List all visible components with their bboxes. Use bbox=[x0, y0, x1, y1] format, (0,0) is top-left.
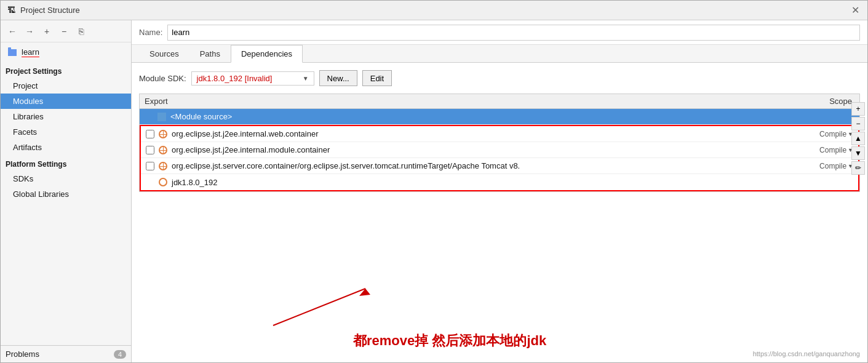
name-label: Name: bbox=[139, 28, 162, 37]
sidebar-item-global-libraries[interactable]: Global Libraries bbox=[1, 186, 131, 202]
close-button[interactable]: ✕ bbox=[848, 3, 862, 18]
tree-item-learn[interactable]: learn bbox=[3, 45, 129, 60]
module-tree: learn bbox=[1, 42, 131, 62]
app-icon: 🏗 bbox=[6, 5, 17, 16]
remove-dep-button[interactable]: − bbox=[851, 117, 865, 130]
module-source-icon bbox=[157, 112, 167, 122]
window-title: Project Structure bbox=[20, 6, 848, 15]
new-sdk-button[interactable]: New... bbox=[319, 70, 357, 86]
folder-icon bbox=[8, 49, 17, 56]
sidebar-item-libraries[interactable]: Libraries bbox=[1, 109, 131, 124]
annotation-text: 都remove掉 然后添加本地的jdk bbox=[353, 332, 546, 350]
dep-row-module-source[interactable]: <Module source> bbox=[140, 109, 859, 125]
dep-checkbox-web-container[interactable] bbox=[146, 130, 154, 138]
sidebar-item-modules[interactable]: Modules bbox=[1, 94, 131, 109]
sidebar-item-project[interactable]: Project bbox=[1, 78, 131, 94]
tab-paths[interactable]: Paths bbox=[189, 45, 231, 63]
sdk-label: Module SDK: bbox=[139, 74, 186, 83]
move-up-button[interactable]: ▲ bbox=[851, 132, 865, 145]
dep-list: <Module source> org.eclipse.jst.j2ee.int… bbox=[139, 109, 860, 192]
dep-scope-tomcat: Compile ▼ bbox=[819, 162, 853, 170]
dep-scope-web: Compile ▼ bbox=[819, 130, 853, 138]
dependencies-panel: Module SDK: jdk1.8.0_192 [Invalid] ▼ New… bbox=[132, 63, 867, 362]
dep-checkbox-tomcat[interactable] bbox=[146, 162, 154, 170]
globe-icon-tomcat bbox=[158, 161, 168, 171]
dep-item-label: org.eclipse.jst.server.core.container/or… bbox=[172, 161, 819, 170]
project-settings-heading: Project Settings bbox=[1, 62, 131, 78]
annotation-arrow-svg bbox=[267, 282, 390, 332]
dep-item-label: org.eclipse.jst.j2ee.internal.module.con… bbox=[172, 145, 819, 154]
svg-marker-1 bbox=[359, 289, 370, 296]
jdk-icon bbox=[158, 177, 168, 187]
sidebar-item-facets[interactable]: Facets bbox=[1, 124, 131, 140]
edit-sdk-button[interactable]: Edit bbox=[362, 70, 392, 86]
edit-dep-button[interactable]: ✏ bbox=[851, 161, 865, 175]
back-button[interactable]: ← bbox=[6, 25, 19, 38]
dep-item-label: <Module source> bbox=[170, 112, 854, 121]
sidebar-item-sdks[interactable]: SDKs bbox=[1, 171, 131, 186]
svg-line-0 bbox=[273, 289, 365, 325]
dep-row-tomcat[interactable]: org.eclipse.jst.server.core.container/or… bbox=[141, 158, 858, 174]
watermark: https://blog.csdn.net/ganquanzhong bbox=[753, 350, 860, 357]
sdk-dropdown[interactable]: jdk1.8.0_192 [Invalid] ▼ bbox=[191, 71, 314, 86]
sidebar-item-artifacts[interactable]: Artifacts bbox=[1, 140, 131, 155]
forward-button[interactable]: → bbox=[23, 25, 36, 38]
dep-item-label: org.eclipse.jst.j2ee.internal.web.contai… bbox=[172, 129, 819, 138]
dep-row-web-container[interactable]: org.eclipse.jst.j2ee.internal.web.contai… bbox=[141, 126, 858, 142]
main-content: ← → + − ⎘ learn Project Settings Project… bbox=[1, 20, 867, 362]
dep-item-label: jdk1.8.0_192 bbox=[172, 178, 853, 187]
project-structure-window: 🏗 Project Structure ✕ ← → + − ⎘ learn Pr… bbox=[0, 0, 868, 363]
tree-item-label: learn bbox=[22, 47, 39, 57]
tab-sources[interactable]: Sources bbox=[139, 45, 189, 63]
dep-checkbox-module-container[interactable] bbox=[146, 146, 154, 154]
move-down-button[interactable]: ▼ bbox=[851, 146, 865, 160]
globe-icon-web bbox=[158, 129, 168, 139]
name-bar: Name: bbox=[132, 20, 867, 45]
globe-icon-module bbox=[158, 145, 168, 155]
name-input[interactable] bbox=[167, 25, 860, 41]
problems-section[interactable]: Problems 4 bbox=[1, 345, 131, 362]
right-action-buttons: + − ▲ ▼ ✏ bbox=[849, 100, 867, 177]
sdk-row: Module SDK: jdk1.8.0_192 [Invalid] ▼ New… bbox=[139, 70, 860, 86]
sidebar: ← → + − ⎘ learn Project Settings Project… bbox=[1, 20, 132, 362]
title-bar: 🏗 Project Structure ✕ bbox=[1, 1, 867, 20]
remove-button[interactable]: − bbox=[57, 25, 71, 38]
dep-table-header: Export Scope bbox=[139, 94, 860, 109]
platform-settings-heading: Platform Settings bbox=[1, 155, 131, 171]
dropdown-arrow-icon: ▼ bbox=[303, 75, 309, 82]
problems-label: Problems bbox=[6, 349, 39, 359]
tab-dependencies[interactable]: Dependencies bbox=[231, 45, 303, 63]
sidebar-toolbar: ← → + − ⎘ bbox=[1, 20, 131, 42]
export-header: Export bbox=[145, 97, 829, 106]
remove-group: org.eclipse.jst.j2ee.internal.web.contai… bbox=[140, 125, 859, 191]
dep-scope-module: Compile ▼ bbox=[819, 146, 853, 154]
problems-badge: 4 bbox=[114, 350, 126, 359]
dep-row-jdk[interactable]: jdk1.8.0_192 bbox=[141, 174, 858, 190]
add-button[interactable]: + bbox=[40, 25, 54, 38]
add-dep-button[interactable]: + bbox=[851, 102, 865, 116]
right-panel: Name: Sources Paths Dependencies Module … bbox=[132, 20, 867, 362]
tabs-bar: Sources Paths Dependencies bbox=[132, 45, 867, 63]
copy-button[interactable]: ⎘ bbox=[74, 25, 88, 38]
sdk-value: jdk1.8.0_192 [Invalid] bbox=[197, 74, 299, 83]
dep-row-module-container[interactable]: org.eclipse.jst.j2ee.internal.module.con… bbox=[141, 142, 858, 158]
